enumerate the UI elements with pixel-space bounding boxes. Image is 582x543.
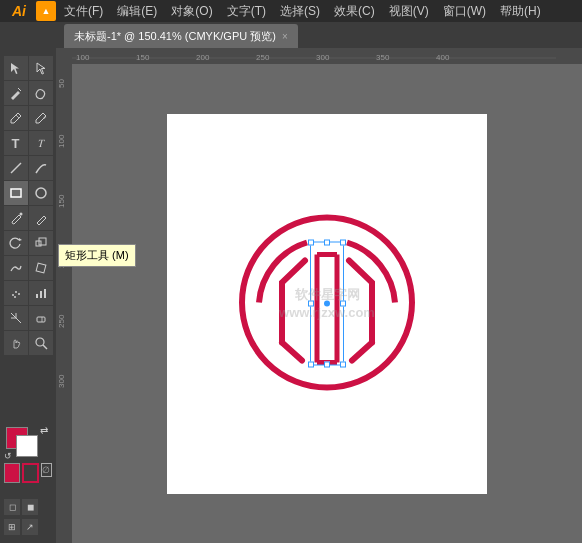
- canvas-area[interactable]: 100 150 200 250 300 350 400 50 100 150 2…: [56, 48, 582, 543]
- symbol-spray-button[interactable]: [4, 281, 28, 305]
- eraser-button[interactable]: [29, 306, 53, 330]
- add-anchor-button[interactable]: +: [29, 106, 53, 130]
- svg-text:300: 300: [57, 374, 66, 388]
- svg-point-9: [12, 294, 14, 296]
- tab-bar: 未标题-1* @ 150.41% (CMYK/GPU 预览) ×: [0, 22, 582, 48]
- menu-bar: Ai ▲ 文件(F) 编辑(E) 对象(O) 文字(T) 选择(S) 效果(C)…: [0, 0, 582, 22]
- svg-text:200: 200: [196, 53, 210, 62]
- menu-select[interactable]: 选择(S): [274, 0, 326, 22]
- stroke-indicator[interactable]: [22, 463, 39, 483]
- graph-button[interactable]: [29, 281, 53, 305]
- scale-button[interactable]: [29, 231, 53, 255]
- menu-view[interactable]: 视图(V): [383, 0, 435, 22]
- svg-rect-3: [11, 189, 21, 197]
- canvas-background[interactable]: 软件星字网 www.rjzxw.com: [72, 64, 582, 543]
- type-tool-button[interactable]: T: [4, 131, 28, 155]
- svg-text:400: 400: [436, 53, 450, 62]
- svg-rect-16: [37, 317, 45, 322]
- svg-rect-8: [36, 263, 46, 273]
- rotate-button[interactable]: [4, 231, 28, 255]
- color-swatches: ⇄ ↺: [4, 425, 48, 461]
- svg-line-2: [11, 163, 21, 173]
- rect-tool-button[interactable]: [4, 181, 28, 205]
- svg-point-5: [19, 213, 22, 216]
- svg-text:100: 100: [57, 134, 66, 148]
- background-color-swatch[interactable]: [16, 435, 38, 457]
- svg-point-12: [14, 296, 16, 298]
- pencil-button[interactable]: [29, 206, 53, 230]
- svg-text:250: 250: [57, 314, 66, 328]
- svg-rect-15: [44, 289, 46, 298]
- svg-point-4: [36, 188, 46, 198]
- ai-logo-icon: Ai: [4, 0, 34, 22]
- warp-button[interactable]: [4, 256, 28, 280]
- ruler-top: 100 150 200 250 300 350 400: [56, 48, 582, 64]
- ellipse-tool-button[interactable]: [29, 181, 53, 205]
- draw-mode-button[interactable]: ◻: [4, 499, 20, 515]
- svg-rect-29: [56, 48, 72, 543]
- bottom-tools: ◻ ◼ ⊞ ↗: [4, 499, 38, 535]
- svg-text:150: 150: [136, 53, 150, 62]
- screen-mode-button[interactable]: ⊞: [4, 519, 20, 535]
- menu-edit[interactable]: 编辑(E): [111, 0, 163, 22]
- color-area: ⇄ ↺ ∅: [4, 425, 52, 483]
- svg-text:100: 100: [76, 53, 90, 62]
- artboard: 软件星字网 www.rjzxw.com: [167, 114, 487, 494]
- none-indicator[interactable]: ∅: [41, 463, 52, 477]
- svg-text:150: 150: [57, 194, 66, 208]
- svg-line-19: [43, 345, 47, 349]
- svg-text:200: 200: [57, 254, 66, 268]
- svg-rect-14: [40, 291, 42, 298]
- arc-tool-button[interactable]: [29, 156, 53, 180]
- svg-point-10: [15, 291, 17, 293]
- menu-effect[interactable]: 效果(C): [328, 0, 381, 22]
- svg-text:250: 250: [256, 53, 270, 62]
- magic-wand-button[interactable]: [4, 81, 28, 105]
- svg-text:350: 350: [376, 53, 390, 62]
- paintbrush-button[interactable]: [4, 206, 28, 230]
- menu-window[interactable]: 窗口(W): [437, 0, 492, 22]
- swap-colors-icon[interactable]: ⇄: [40, 425, 48, 436]
- zoom-tool-button[interactable]: [29, 331, 53, 355]
- selection-tool-button[interactable]: [4, 56, 28, 80]
- logo-graphic: [227, 202, 427, 405]
- orange-icon: ▲: [36, 1, 56, 21]
- tab-title: 未标题-1* @ 150.41% (CMYK/GPU 预览): [74, 29, 276, 44]
- svg-point-18: [36, 338, 44, 346]
- main-area: + T 𝑇: [0, 48, 582, 543]
- ruler-left: 50 100 150 200 250 300: [56, 48, 72, 543]
- document-tab[interactable]: 未标题-1* @ 150.41% (CMYK/GPU 预览) ×: [64, 24, 298, 48]
- svg-text:300: 300: [316, 53, 330, 62]
- menu-file[interactable]: 文件(F): [58, 0, 109, 22]
- menu-object[interactable]: 对象(O): [165, 0, 218, 22]
- svg-text:+: +: [43, 114, 47, 120]
- slice-button[interactable]: [4, 306, 28, 330]
- line-tool-button[interactable]: [4, 156, 28, 180]
- svg-point-11: [18, 293, 20, 295]
- svg-line-0: [18, 88, 21, 91]
- reset-colors-icon[interactable]: ↺: [4, 451, 12, 461]
- free-transform-button[interactable]: [29, 256, 53, 280]
- direct-select-button[interactable]: [29, 56, 53, 80]
- hand-tool-button[interactable]: [4, 331, 28, 355]
- svg-text:50: 50: [57, 79, 66, 88]
- draw-inside-button[interactable]: ◼: [22, 499, 38, 515]
- toolbar: + T 𝑇: [0, 48, 56, 543]
- lasso-button[interactable]: [29, 81, 53, 105]
- vertical-type-button[interactable]: 𝑇: [29, 131, 53, 155]
- arrange-button[interactable]: ↗: [22, 519, 38, 535]
- pen-tool-button[interactable]: [4, 106, 28, 130]
- tab-close-button[interactable]: ×: [282, 31, 288, 42]
- fill-indicator[interactable]: [4, 463, 20, 483]
- menu-text[interactable]: 文字(T): [221, 0, 272, 22]
- svg-rect-13: [36, 294, 38, 298]
- menu-help[interactable]: 帮助(H): [494, 0, 547, 22]
